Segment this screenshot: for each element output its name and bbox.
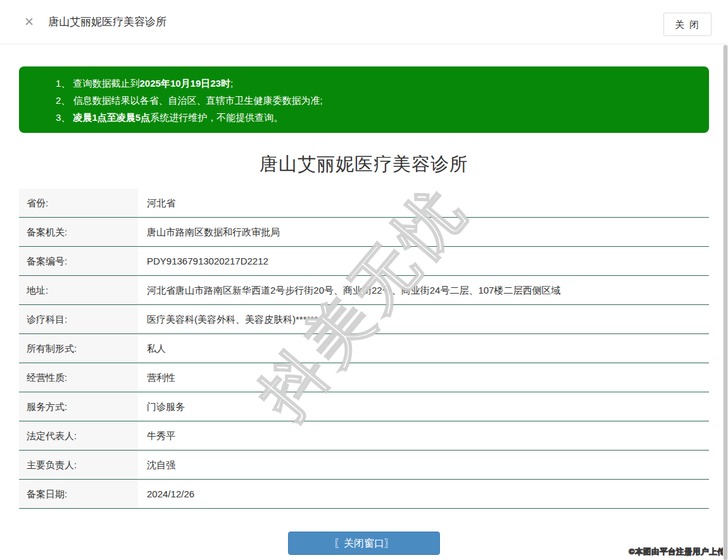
table-row-province: 省份: 河北省 <box>19 189 709 218</box>
table-row-ownership: 所有制形式: 私人 <box>19 334 709 363</box>
row-value: 营利性 <box>138 363 709 392</box>
row-label: 诊疗科目: <box>19 305 138 333</box>
scrollbar[interactable] <box>723 45 728 560</box>
window-titlebar: ✕ 唐山艾丽妮医疗美容诊所 关 闭 <box>0 0 728 44</box>
table-row-main-person-in-charge: 主要负责人: 沈自强 <box>19 451 709 480</box>
row-value: PDY91367913020217D2212 <box>138 247 709 275</box>
row-label: 备案日期: <box>19 480 138 508</box>
row-label: 服务方式: <box>19 392 138 421</box>
row-label: 省份: <box>19 189 138 217</box>
page-title: 唐山艾丽妮医疗美容诊所 <box>0 152 728 177</box>
close-window-button[interactable]: 〖关闭窗口〗 <box>288 532 440 555</box>
row-value: 河北省 <box>138 189 709 217</box>
row-label: 地址: <box>19 276 138 304</box>
clinic-info-table: 省份: 河北省 备案机关: 唐山市路南区数据和行政审批局 备案编号: PDY91… <box>19 189 709 509</box>
row-value: 沈自强 <box>138 451 709 479</box>
table-row-filing-authority: 备案机关: 唐山市路南区数据和行政审批局 <box>19 218 709 247</box>
scrollbar-thumb[interactable] <box>724 45 727 560</box>
table-row-treatment-subjects: 诊疗科目: 医疗美容科(美容外科、美容皮肤科)****** <box>19 305 709 334</box>
row-label: 备案编号: <box>19 247 138 275</box>
window-title: 唐山艾丽妮医疗美容诊所 <box>48 15 166 29</box>
row-label: 备案机关: <box>19 218 138 246</box>
notice-line-2: 2、 信息数据结果以各省、自治区、直辖市卫生健康委数据为准; <box>56 92 696 109</box>
row-value: 牛秀平 <box>138 421 709 450</box>
row-label: 所有制形式: <box>19 334 138 363</box>
row-value: 2024/12/26 <box>138 480 709 508</box>
notice-line-3: 3、 凌晨1点至凌晨5点系统进行维护，不能提供查询。 <box>56 109 696 126</box>
row-value: 唐山市路南区数据和行政审批局 <box>138 218 709 246</box>
table-row-filing-date: 备案日期: 2024/12/26 <box>19 480 709 509</box>
table-row-service-mode: 服务方式: 门诊服务 <box>19 392 709 421</box>
close-button[interactable]: 关 闭 <box>663 13 712 36</box>
row-value: 门诊服务 <box>138 392 709 421</box>
row-value: 医疗美容科(美容外科、美容皮肤科)****** <box>138 305 709 333</box>
table-row-address: 地址: 河北省唐山市路南区新华西道2号步行街20号、商业街22号、商业街24号二… <box>19 276 709 305</box>
close-x-icon[interactable]: ✕ <box>24 16 34 28</box>
notice-banner: 1、 查询数据截止到2025年10月19日23时; 2、 信息数据结果以各省、自… <box>19 66 709 133</box>
copyright-watermark: ©本图由平台注册用户上传 <box>629 547 725 557</box>
row-label: 主要负责人: <box>19 451 138 479</box>
notice-line-1: 1、 查询数据截止到2025年10月19日23时; <box>56 75 696 92</box>
row-label: 法定代表人: <box>19 421 138 450</box>
table-row-filing-number: 备案编号: PDY91367913020217D2212 <box>19 247 709 276</box>
table-row-business-nature: 经营性质: 营利性 <box>19 363 709 392</box>
row-value: 私人 <box>138 334 709 363</box>
row-value: 河北省唐山市路南区新华西道2号步行街20号、商业街22号、商业街24号二层、10… <box>138 276 709 304</box>
row-label: 经营性质: <box>19 363 138 392</box>
table-row-legal-representative: 法定代表人: 牛秀平 <box>19 421 709 451</box>
